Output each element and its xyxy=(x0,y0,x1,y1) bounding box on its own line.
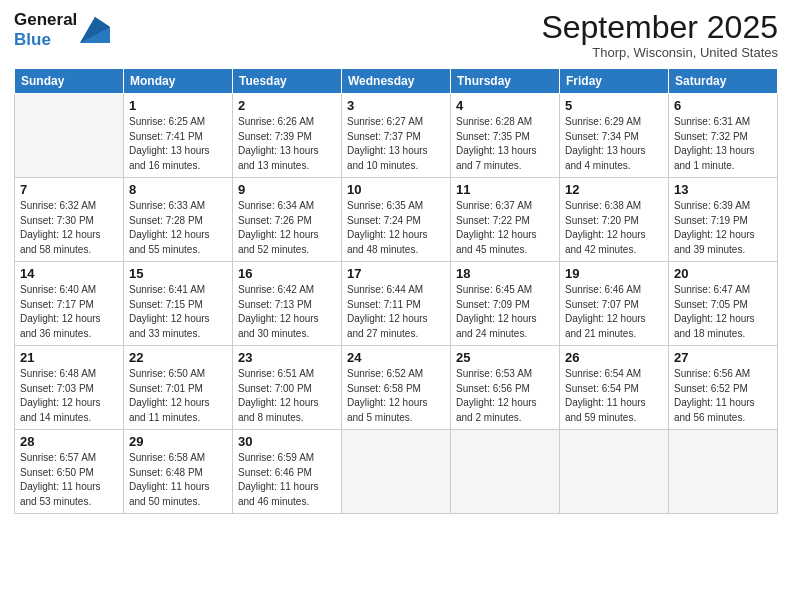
day-number: 4 xyxy=(456,98,554,113)
calendar-cell: 30Sunrise: 6:59 AMSunset: 6:46 PMDayligh… xyxy=(233,430,342,514)
day-info: Sunrise: 6:25 AMSunset: 7:41 PMDaylight:… xyxy=(129,115,227,173)
day-number: 16 xyxy=(238,266,336,281)
calendar-cell xyxy=(669,430,778,514)
calendar-cell xyxy=(451,430,560,514)
col-friday: Friday xyxy=(560,69,669,94)
day-info: Sunrise: 6:45 AMSunset: 7:09 PMDaylight:… xyxy=(456,283,554,341)
calendar-cell: 9Sunrise: 6:34 AMSunset: 7:26 PMDaylight… xyxy=(233,178,342,262)
day-info: Sunrise: 6:57 AMSunset: 6:50 PMDaylight:… xyxy=(20,451,118,509)
page-container: General Blue September 2025 Thorp, Wisco… xyxy=(0,0,792,524)
day-number: 30 xyxy=(238,434,336,449)
calendar-cell: 25Sunrise: 6:53 AMSunset: 6:56 PMDayligh… xyxy=(451,346,560,430)
calendar-cell: 22Sunrise: 6:50 AMSunset: 7:01 PMDayligh… xyxy=(124,346,233,430)
calendar-cell: 14Sunrise: 6:40 AMSunset: 7:17 PMDayligh… xyxy=(15,262,124,346)
day-number: 20 xyxy=(674,266,772,281)
calendar-cell: 4Sunrise: 6:28 AMSunset: 7:35 PMDaylight… xyxy=(451,94,560,178)
day-number: 24 xyxy=(347,350,445,365)
calendar-cell: 15Sunrise: 6:41 AMSunset: 7:15 PMDayligh… xyxy=(124,262,233,346)
calendar-cell xyxy=(342,430,451,514)
calendar-week-3: 14Sunrise: 6:40 AMSunset: 7:17 PMDayligh… xyxy=(15,262,778,346)
calendar-cell: 17Sunrise: 6:44 AMSunset: 7:11 PMDayligh… xyxy=(342,262,451,346)
day-number: 11 xyxy=(456,182,554,197)
calendar-cell: 1Sunrise: 6:25 AMSunset: 7:41 PMDaylight… xyxy=(124,94,233,178)
day-info: Sunrise: 6:48 AMSunset: 7:03 PMDaylight:… xyxy=(20,367,118,425)
calendar-cell xyxy=(560,430,669,514)
calendar-cell: 27Sunrise: 6:56 AMSunset: 6:52 PMDayligh… xyxy=(669,346,778,430)
calendar-cell: 11Sunrise: 6:37 AMSunset: 7:22 PMDayligh… xyxy=(451,178,560,262)
calendar-cell: 13Sunrise: 6:39 AMSunset: 7:19 PMDayligh… xyxy=(669,178,778,262)
day-info: Sunrise: 6:56 AMSunset: 6:52 PMDaylight:… xyxy=(674,367,772,425)
calendar-cell xyxy=(15,94,124,178)
day-number: 21 xyxy=(20,350,118,365)
location: Thorp, Wisconsin, United States xyxy=(541,45,778,60)
day-info: Sunrise: 6:40 AMSunset: 7:17 PMDaylight:… xyxy=(20,283,118,341)
col-sunday: Sunday xyxy=(15,69,124,94)
day-number: 19 xyxy=(565,266,663,281)
day-info: Sunrise: 6:58 AMSunset: 6:48 PMDaylight:… xyxy=(129,451,227,509)
calendar-cell: 24Sunrise: 6:52 AMSunset: 6:58 PMDayligh… xyxy=(342,346,451,430)
day-info: Sunrise: 6:38 AMSunset: 7:20 PMDaylight:… xyxy=(565,199,663,257)
day-info: Sunrise: 6:28 AMSunset: 7:35 PMDaylight:… xyxy=(456,115,554,173)
day-info: Sunrise: 6:37 AMSunset: 7:22 PMDaylight:… xyxy=(456,199,554,257)
day-info: Sunrise: 6:41 AMSunset: 7:15 PMDaylight:… xyxy=(129,283,227,341)
logo-icon xyxy=(80,17,110,43)
calendar-cell: 26Sunrise: 6:54 AMSunset: 6:54 PMDayligh… xyxy=(560,346,669,430)
day-number: 28 xyxy=(20,434,118,449)
day-info: Sunrise: 6:54 AMSunset: 6:54 PMDaylight:… xyxy=(565,367,663,425)
calendar-cell: 3Sunrise: 6:27 AMSunset: 7:37 PMDaylight… xyxy=(342,94,451,178)
day-number: 26 xyxy=(565,350,663,365)
day-number: 18 xyxy=(456,266,554,281)
day-info: Sunrise: 6:39 AMSunset: 7:19 PMDaylight:… xyxy=(674,199,772,257)
day-number: 29 xyxy=(129,434,227,449)
calendar-week-4: 21Sunrise: 6:48 AMSunset: 7:03 PMDayligh… xyxy=(15,346,778,430)
day-info: Sunrise: 6:32 AMSunset: 7:30 PMDaylight:… xyxy=(20,199,118,257)
calendar-cell: 28Sunrise: 6:57 AMSunset: 6:50 PMDayligh… xyxy=(15,430,124,514)
day-number: 14 xyxy=(20,266,118,281)
header: General Blue September 2025 Thorp, Wisco… xyxy=(14,10,778,60)
calendar-cell: 20Sunrise: 6:47 AMSunset: 7:05 PMDayligh… xyxy=(669,262,778,346)
calendar-table: Sunday Monday Tuesday Wednesday Thursday… xyxy=(14,68,778,514)
day-number: 7 xyxy=(20,182,118,197)
day-number: 9 xyxy=(238,182,336,197)
day-info: Sunrise: 6:51 AMSunset: 7:00 PMDaylight:… xyxy=(238,367,336,425)
day-number: 5 xyxy=(565,98,663,113)
day-info: Sunrise: 6:34 AMSunset: 7:26 PMDaylight:… xyxy=(238,199,336,257)
header-row: Sunday Monday Tuesday Wednesday Thursday… xyxy=(15,69,778,94)
day-info: Sunrise: 6:53 AMSunset: 6:56 PMDaylight:… xyxy=(456,367,554,425)
calendar-cell: 21Sunrise: 6:48 AMSunset: 7:03 PMDayligh… xyxy=(15,346,124,430)
day-info: Sunrise: 6:47 AMSunset: 7:05 PMDaylight:… xyxy=(674,283,772,341)
calendar-week-5: 28Sunrise: 6:57 AMSunset: 6:50 PMDayligh… xyxy=(15,430,778,514)
calendar-cell: 16Sunrise: 6:42 AMSunset: 7:13 PMDayligh… xyxy=(233,262,342,346)
logo-line2: Blue xyxy=(14,30,77,50)
col-wednesday: Wednesday xyxy=(342,69,451,94)
day-info: Sunrise: 6:26 AMSunset: 7:39 PMDaylight:… xyxy=(238,115,336,173)
day-number: 8 xyxy=(129,182,227,197)
calendar-cell: 18Sunrise: 6:45 AMSunset: 7:09 PMDayligh… xyxy=(451,262,560,346)
day-info: Sunrise: 6:59 AMSunset: 6:46 PMDaylight:… xyxy=(238,451,336,509)
day-number: 10 xyxy=(347,182,445,197)
calendar-cell: 8Sunrise: 6:33 AMSunset: 7:28 PMDaylight… xyxy=(124,178,233,262)
day-number: 1 xyxy=(129,98,227,113)
day-number: 6 xyxy=(674,98,772,113)
logo: General Blue xyxy=(14,10,110,49)
day-info: Sunrise: 6:29 AMSunset: 7:34 PMDaylight:… xyxy=(565,115,663,173)
day-number: 12 xyxy=(565,182,663,197)
day-info: Sunrise: 6:46 AMSunset: 7:07 PMDaylight:… xyxy=(565,283,663,341)
day-info: Sunrise: 6:42 AMSunset: 7:13 PMDaylight:… xyxy=(238,283,336,341)
day-number: 23 xyxy=(238,350,336,365)
day-number: 13 xyxy=(674,182,772,197)
calendar-cell: 6Sunrise: 6:31 AMSunset: 7:32 PMDaylight… xyxy=(669,94,778,178)
col-monday: Monday xyxy=(124,69,233,94)
day-number: 27 xyxy=(674,350,772,365)
day-number: 17 xyxy=(347,266,445,281)
calendar-cell: 5Sunrise: 6:29 AMSunset: 7:34 PMDaylight… xyxy=(560,94,669,178)
calendar-cell: 12Sunrise: 6:38 AMSunset: 7:20 PMDayligh… xyxy=(560,178,669,262)
col-thursday: Thursday xyxy=(451,69,560,94)
day-number: 22 xyxy=(129,350,227,365)
logo-line1: General xyxy=(14,10,77,30)
day-info: Sunrise: 6:33 AMSunset: 7:28 PMDaylight:… xyxy=(129,199,227,257)
calendar-cell: 19Sunrise: 6:46 AMSunset: 7:07 PMDayligh… xyxy=(560,262,669,346)
day-info: Sunrise: 6:31 AMSunset: 7:32 PMDaylight:… xyxy=(674,115,772,173)
calendar-week-1: 1Sunrise: 6:25 AMSunset: 7:41 PMDaylight… xyxy=(15,94,778,178)
day-number: 15 xyxy=(129,266,227,281)
